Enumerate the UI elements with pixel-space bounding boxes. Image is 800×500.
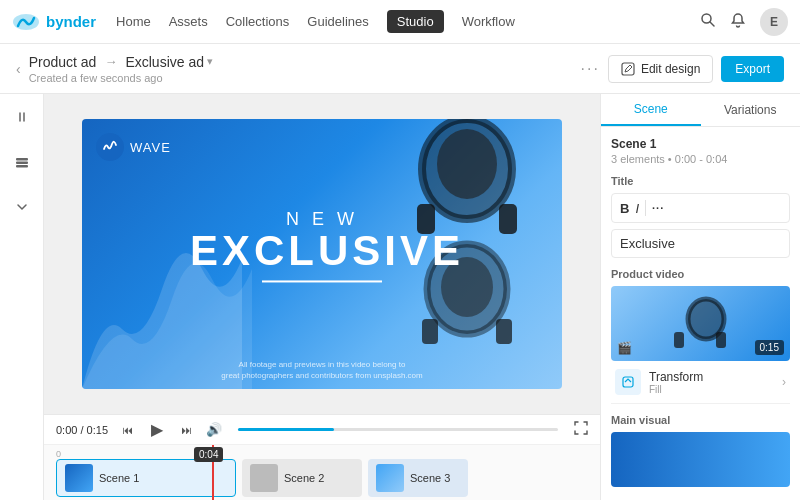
timeline-controls: 0:00 / 0:15 ⏮ ▶ ⏭ 🔊 [44,415,600,445]
playhead-time: 0:04 [194,447,223,462]
timeline-progress[interactable] [238,428,558,431]
scene-track-2[interactable]: Scene 2 [242,459,362,497]
transform-chevron[interactable]: › [782,375,786,389]
canvas-text-exclusive: EXCLUSIVE [190,230,454,272]
edit-design-label: Edit design [641,62,700,76]
created-text: Created a few seconds ago [29,72,213,84]
scene-2-thumb [250,464,278,492]
search-button[interactable] [700,12,716,32]
logo-text: bynder [46,13,96,30]
svg-point-9 [437,129,497,199]
scene-track-3[interactable]: Scene 3 [368,459,468,497]
product-video-label: Product video [611,268,790,280]
canvas-wrapper: WAVE N E W EXCLUSIVE All footage and pre… [44,94,600,414]
text-tool-separator [645,200,646,216]
scene-title: Scene 1 [611,137,790,151]
nav-studio[interactable]: Studio [387,10,444,33]
notifications-button[interactable] [730,12,746,32]
product-video-preview [666,294,736,354]
nav-workflow[interactable]: Workflow [462,14,515,29]
right-panel: Scene Variations Scene 1 3 elements • 0:… [600,94,800,500]
svg-rect-3 [16,158,28,161]
svg-rect-8 [499,204,517,234]
italic-button[interactable]: I [635,201,639,216]
top-nav: bynder Home Assets Collections Guideline… [0,0,800,44]
scene-info: Scene 1 3 elements • 0:00 - 0:04 [611,137,790,165]
edit-design-icon [621,62,635,76]
bold-button[interactable]: B [620,201,629,216]
avatar[interactable]: E [760,8,788,36]
back-button[interactable]: ‹ [16,61,21,77]
product-video-thumb[interactable]: 🎬 0:15 [611,286,790,361]
svg-rect-12 [496,319,512,344]
transform-info: Transform Fill [615,369,703,395]
breadcrumb-parent: Product ad [29,54,97,70]
time-current: 0:00 [56,424,77,436]
svg-rect-2 [622,63,634,75]
playhead: 0:04 [212,445,214,500]
nav-home[interactable]: Home [116,14,151,29]
text-toolbar: B I ··· [611,193,790,223]
collapse-button[interactable] [9,104,35,133]
transform-icon [615,369,641,395]
nav-links: Home Assets Collections Guidelines Studi… [116,10,680,33]
layers-button[interactable] [9,149,35,178]
left-panel [0,94,44,500]
breadcrumb-dropdown-icon[interactable]: ▾ [207,55,213,68]
scene-3-label: Scene 3 [410,472,450,484]
title-section-label: Title [611,175,790,187]
main-layout: WAVE N E W EXCLUSIVE All footage and pre… [0,94,800,500]
more-text-options-button[interactable]: ··· [652,202,664,214]
svg-rect-5 [16,165,28,168]
fullscreen-button[interactable] [574,421,588,438]
volume-icon: 🔊 [206,422,222,437]
canvas-area: WAVE N E W EXCLUSIVE All footage and pre… [44,94,600,500]
breadcrumb-bar: ‹ Product ad → Exclusive ad ▾ Created a … [0,44,800,94]
svg-rect-11 [422,319,438,344]
canvas: WAVE N E W EXCLUSIVE All footage and pre… [82,119,562,389]
canvas-credit: All footage and previews in this video b… [106,359,538,381]
logo[interactable]: bynder [12,8,96,36]
transform-row[interactable]: Transform Fill › [611,361,790,404]
video-camera-icon: 🎬 [617,341,632,355]
main-visual-thumb[interactable] [611,432,790,487]
scene-meta: 3 elements • 0:00 - 0:04 [611,153,790,165]
transform-sub: Fill [649,384,703,395]
export-button[interactable]: Export [721,56,784,82]
video-duration: 0:15 [755,340,784,355]
svg-rect-15 [674,332,684,348]
transform-text: Transform Fill [649,370,703,395]
title-section: Title B I ··· Exclusive [611,175,790,258]
nav-assets[interactable]: Assets [169,14,208,29]
more-options-button[interactable]: ··· [581,60,600,78]
tab-scene[interactable]: Scene [601,94,701,126]
scene-track-1[interactable]: Scene 1 [56,459,236,497]
edit-design-button[interactable]: Edit design [608,55,713,83]
expand-down-button[interactable] [9,194,35,223]
scene-tracks: Scene 1 Scene 2 Scene 3 [56,449,468,497]
time-display: 0:00 / 0:15 [56,424,108,436]
scene-2-label: Scene 2 [284,472,324,484]
main-visual-label: Main visual [611,414,790,426]
timeline: 0:00 / 0:15 ⏮ ▶ ⏭ 🔊 0:04 0 [44,414,600,500]
scene-1-thumb [65,464,93,492]
wave-logo: WAVE [96,133,171,161]
nav-guidelines[interactable]: Guidelines [307,14,368,29]
play-button[interactable]: ▶ [147,418,167,441]
scene-3-thumb [376,464,404,492]
nav-collections[interactable]: Collections [226,14,290,29]
canvas-line [262,280,382,282]
main-visual-section: Main visual [611,414,790,487]
right-tabs: Scene Variations [601,94,800,127]
breadcrumb-current-text: Exclusive ad [125,54,204,70]
skip-forward-button[interactable]: ⏭ [177,422,196,438]
breadcrumb-info: Product ad → Exclusive ad ▾ Created a fe… [29,54,213,84]
skip-back-button[interactable]: ⏮ [118,422,137,438]
title-value[interactable]: Exclusive [611,229,790,258]
transform-label: Transform [649,370,703,384]
ruler-start: 0 [56,449,61,459]
timeline-tracks: 0:04 0 Scene 1 Scene 2 Scene 3 [44,445,600,500]
svg-rect-16 [716,332,726,348]
tab-variations[interactable]: Variations [701,94,801,126]
nav-right: E [700,8,788,36]
